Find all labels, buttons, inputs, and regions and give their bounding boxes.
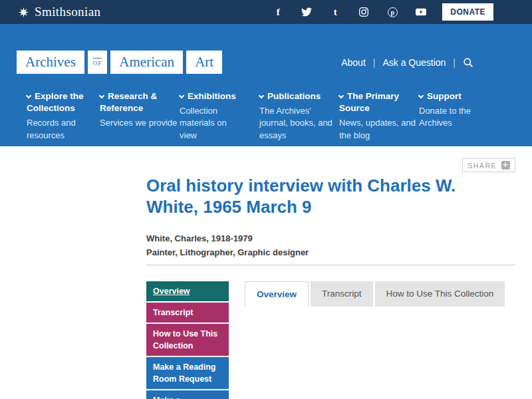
ask-a-question-link[interactable]: Ask a Question <box>382 57 446 68</box>
smithsonian-logo[interactable]: Smithsonian <box>19 5 100 19</box>
smithsonian-wordmark: Smithsonian <box>35 5 100 19</box>
sidebar-item-how-to-use[interactable]: How to Use This Collection <box>146 324 229 356</box>
site-header: Archives OF American Art About | Ask a Q… <box>0 24 532 146</box>
separator: | <box>373 57 376 68</box>
search-icon[interactable] <box>463 57 473 68</box>
tumblr-icon[interactable]: t <box>330 7 340 17</box>
chevron-down-icon <box>26 93 31 98</box>
smithsonian-topbar: Smithsonian f t p DONATE <box>0 0 532 24</box>
youtube-icon[interactable] <box>416 7 426 17</box>
social-links: f t p <box>273 7 426 17</box>
share-button[interactable]: SHARE + <box>462 158 515 172</box>
nav-publications[interactable]: Publications The Archives' journal, book… <box>259 90 339 142</box>
chevron-down-icon <box>99 93 104 98</box>
chevron-down-icon <box>418 93 424 98</box>
tab-overview[interactable]: Overview <box>245 281 309 307</box>
tab-transcript[interactable]: Transcript <box>311 281 373 307</box>
tabs: Overview Transcript How to Use This Coll… <box>245 281 515 307</box>
archives-of-american-art-logo[interactable]: Archives OF American Art <box>17 51 222 74</box>
plus-icon: + <box>501 161 510 170</box>
facebook-icon[interactable]: f <box>273 7 283 17</box>
nav-support[interactable]: Support Donate to the Archives <box>419 90 485 130</box>
chevron-down-icon <box>259 93 264 98</box>
sunburst-icon <box>19 7 29 17</box>
artist-roles: Painter, Lithographer, Graphic designer <box>146 246 515 259</box>
tab-panel-overview <box>245 307 515 399</box>
logo-word-of: OF <box>88 51 108 74</box>
content-row: Overview Transcript How to Use This Coll… <box>146 281 515 399</box>
about-link[interactable]: About <box>341 57 366 68</box>
twitter-icon[interactable] <box>301 7 312 17</box>
collection-side-nav: Overview Transcript How to Use This Coll… <box>146 281 229 399</box>
main-content: SHARE + Oral history interview with Char… <box>0 158 532 399</box>
sidebar-item-reading-room-request[interactable]: Make a Reading Room Request <box>146 357 229 389</box>
donate-button[interactable]: DONATE <box>442 3 493 21</box>
share-row: SHARE + <box>146 158 515 172</box>
chevron-down-icon <box>179 93 184 98</box>
logo-word-art: Art <box>186 51 222 74</box>
separator: | <box>453 57 456 68</box>
divider <box>146 265 515 265</box>
record-meta: White, Charles, 1918-1979 Painter, Litho… <box>146 232 515 259</box>
logo-word-american: American <box>110 51 183 74</box>
sidebar-item-transcript[interactable]: Transcript <box>146 303 229 323</box>
nav-research-and-reference[interactable]: Research & Reference Services we provide <box>100 90 186 130</box>
utility-links: About | Ask a Question | <box>341 57 473 68</box>
tab-area: Overview Transcript How to Use This Coll… <box>245 281 515 399</box>
sidebar-item-overview[interactable]: Overview <box>146 281 229 301</box>
nav-the-primary-source[interactable]: The Primary Source News, updates, and th… <box>339 90 416 142</box>
nav-exhibitions[interactable]: Exhibitions Collection materials on view <box>180 90 233 142</box>
logo-word-archives: Archives <box>17 51 84 74</box>
chevron-down-icon <box>338 93 344 98</box>
main-navigation: Explore the Collections Records and reso… <box>0 90 532 146</box>
sidebar-item-reproduction-request[interactable]: Make a Reproduction Request <box>146 390 229 399</box>
pinterest-icon[interactable]: p <box>387 7 398 17</box>
tab-how-to-use[interactable]: How to Use This Collection <box>375 281 505 307</box>
artist-name: White, Charles, 1918-1979 <box>146 232 515 245</box>
page-title: Oral history interview with Charles W. W… <box>146 176 466 217</box>
nav-explore-the-collections[interactable]: Explore the Collections Records and reso… <box>27 90 97 142</box>
instagram-icon[interactable] <box>358 7 369 17</box>
